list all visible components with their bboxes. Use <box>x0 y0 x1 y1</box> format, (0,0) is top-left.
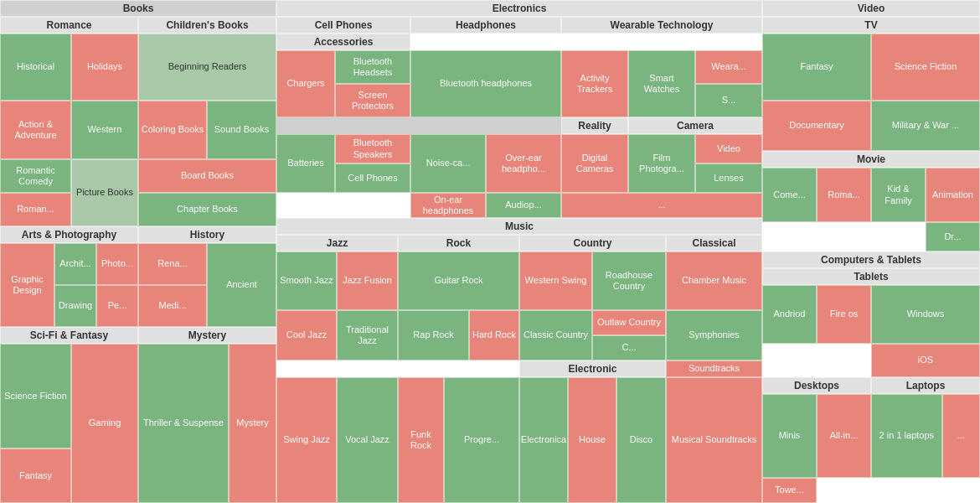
rock-header: Rock <box>398 235 519 252</box>
historical-cell: Historical <box>0 34 71 101</box>
audiop-cell: Audiop... <box>486 193 561 218</box>
rap-rock-cell: Rap Rock <box>398 310 469 360</box>
treemap-root: Books Romance Children's Books Historica… <box>0 0 980 503</box>
digital-cameras-cell: Digital Cameras <box>561 134 628 193</box>
activity-trackers-cell: Activity Trackers <box>561 50 628 117</box>
funk-rock-cell: Funk Rock <box>398 377 444 503</box>
sound-books-cell: Sound Books <box>207 101 276 159</box>
wearable-tech-header: Wearable Technology <box>561 17 762 34</box>
roman-cell: Roman... <box>0 193 71 226</box>
cell-phones-header: Cell Phones <box>276 17 410 34</box>
all-in-cell: All-in... <box>817 394 871 478</box>
roma-cell: Roma... <box>817 168 871 222</box>
electronics-column: Electronics Cell Phones Headphones Weara… <box>276 0 762 503</box>
documentary-cell: Documentary <box>762 101 871 151</box>
swing-jazz-cell: Swing Jazz <box>276 377 337 503</box>
mystery-cell: Mystery <box>229 344 276 503</box>
country-header: Country <box>519 235 666 252</box>
dr-cell: Dr... <box>926 222 980 252</box>
animation-cell: Animation <box>926 168 980 222</box>
weara-cell: Weara... <box>695 50 762 84</box>
electronics-header: Electronics <box>276 0 762 17</box>
jazz-header: Jazz <box>276 235 398 252</box>
bluetooth-headphones-cell: Bluetooth headphones <box>410 50 561 117</box>
come-cell: Come... <box>762 168 817 222</box>
video-cam-cell: Video <box>695 134 762 163</box>
smooth-jazz-cell: Smooth Jazz <box>276 252 337 310</box>
tablets-header: Tablets <box>762 268 980 285</box>
fantasy-tv-cell: Fantasy <box>762 34 871 101</box>
vocal-jazz-cell: Vocal Jazz <box>337 377 398 503</box>
coloring-books-cell: Coloring Books <box>138 101 207 159</box>
action-adventure-cell: Action & Adventure <box>0 101 71 159</box>
fantasy-cell: Fantasy <box>0 449 71 503</box>
rena-cell: Rena... <box>138 243 207 285</box>
mystery-header: Mystery <box>138 327 276 344</box>
electronic-header: Electronic <box>519 360 666 377</box>
archit-cell: Archit... <box>54 243 96 285</box>
accessories-header: Accessories <box>276 34 410 50</box>
beginning-readers-cell: Beginning Readers <box>138 34 276 101</box>
board-books-cell: Board Books <box>138 159 276 193</box>
c-cell: C... <box>592 335 666 360</box>
towe-cell: Towe... <box>762 478 817 503</box>
electronica-cell: Electronica <box>519 377 568 503</box>
scifi-fantasy-header: Sci-Fi & Fantasy <box>0 327 138 344</box>
arts-photo-header: Arts & Photography <box>0 226 138 243</box>
noise-ca-cell: Noise-ca... <box>410 134 486 193</box>
desktops-header: Desktops <box>762 377 871 394</box>
pe-cell: Pe... <box>96 285 138 327</box>
headphones-header: Headphones <box>410 17 561 34</box>
video-header: Video <box>762 0 980 17</box>
classical-header: Classical <box>666 235 762 252</box>
western-cell: Western <box>71 101 138 159</box>
tv-header: TV <box>762 17 980 34</box>
science-fiction-tv-cell: Science Fiction <box>871 34 980 101</box>
medi-cell: Medi... <box>138 285 207 327</box>
computers-tablets-header: Computers & Tablets <box>762 252 980 268</box>
film-photog-cell: Film Photogra... <box>628 134 695 193</box>
childrens-header: Children's Books <box>138 17 276 34</box>
music-header: Music <box>276 218 762 235</box>
jazz-fusion-cell: Jazz Fusion <box>337 252 398 310</box>
progre-cell: Progre... <box>444 377 519 503</box>
fire-os-cell: Fire os <box>817 285 871 344</box>
ios-cell: iOS <box>871 344 980 377</box>
romance-header: Romance <box>0 17 138 34</box>
thriller-suspense-cell: Thriller & Suspense <box>138 344 229 503</box>
windows-cell: Windows <box>871 285 980 344</box>
western-swing-cell: Western Swing <box>519 252 592 310</box>
traditional-jazz-cell: Traditional Jazz <box>337 310 398 360</box>
s-cell: S... <box>695 84 762 117</box>
on-ear-cell: On-ear headphones <box>410 193 486 218</box>
musical-soundtracks-cell: Musical Soundtracks <box>666 377 762 503</box>
hard-rock-cell: Hard Rock <box>469 310 519 360</box>
dots-cell: ... <box>561 193 762 218</box>
drawing-cell: Drawing <box>54 285 96 327</box>
military-war-cell: Military & War ... <box>871 101 980 151</box>
ancient-cell: Ancient <box>207 243 276 327</box>
house-cell: House <box>568 377 616 503</box>
smart-watches-cell: Smart Watches <box>628 50 695 117</box>
roadhouse-country-cell: Roadhouse Country <box>592 252 666 310</box>
batteries-cell: Batteries <box>276 134 335 193</box>
books-header: Books <box>0 0 276 17</box>
disco-cell: Disco <box>616 377 666 503</box>
vr-headsets-label: Virtual Reality Headsets <box>561 117 628 134</box>
gaming-cell: Gaming <box>71 344 138 503</box>
cool-jazz-cell: Cool Jazz <box>276 310 337 360</box>
chapter-books-cell: Chapter Books <box>138 193 276 226</box>
soundtracks-cell: Soundtracks <box>666 360 762 377</box>
chargers-cell: Chargers <box>276 50 335 117</box>
video-column: Video TV Fantasy Science Fiction Documen… <box>762 0 980 503</box>
screen-protectors-cell: Screen Protectors <box>335 84 410 117</box>
cell-phones-sub-cell: Cell Phones <box>335 163 410 193</box>
android-cell: Andriod <box>762 285 817 344</box>
books-column: Books Romance Children's Books Historica… <box>0 0 276 503</box>
lenses-cell: Lenses <box>695 163 762 193</box>
bluetooth-speakers-cell: Bluetooth Speakers <box>335 134 410 163</box>
outlaw-country-cell: Outlaw Country <box>592 310 666 335</box>
picture-books-cell: Picture Books <box>71 159 138 226</box>
kid-family-cell: Kid & Family <box>871 168 926 222</box>
graphic-design-cell: Graphic Design <box>0 243 54 327</box>
